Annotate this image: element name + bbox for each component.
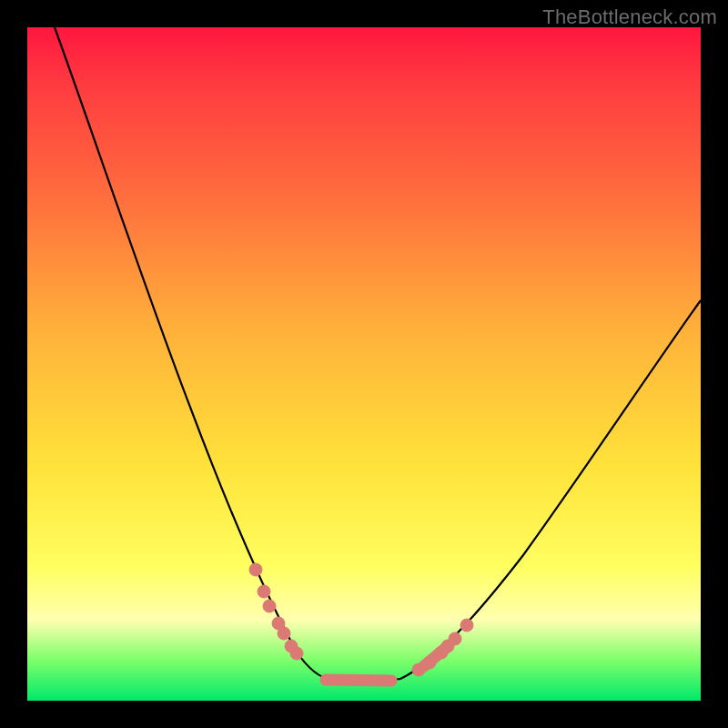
- marker-dot: [423, 656, 436, 669]
- watermark-text: TheBottleneck.com: [542, 5, 717, 29]
- right-markers: [412, 619, 473, 676]
- marker-dot: [263, 600, 276, 612]
- marker-dot: [278, 627, 290, 640]
- chart-svg: [27, 27, 701, 701]
- marker-dot: [412, 663, 425, 676]
- marker-dot: [290, 647, 303, 660]
- marker-dot: [460, 619, 473, 632]
- outer-frame: TheBottleneck.com: [0, 0, 728, 728]
- valley-marker-segment: [326, 680, 391, 681]
- curve-right: [400, 300, 701, 679]
- marker-dot: [258, 585, 270, 598]
- marker-dot: [249, 563, 262, 576]
- curve-left: [55, 27, 332, 680]
- plot-area: [27, 27, 701, 701]
- marker-dot: [449, 632, 461, 645]
